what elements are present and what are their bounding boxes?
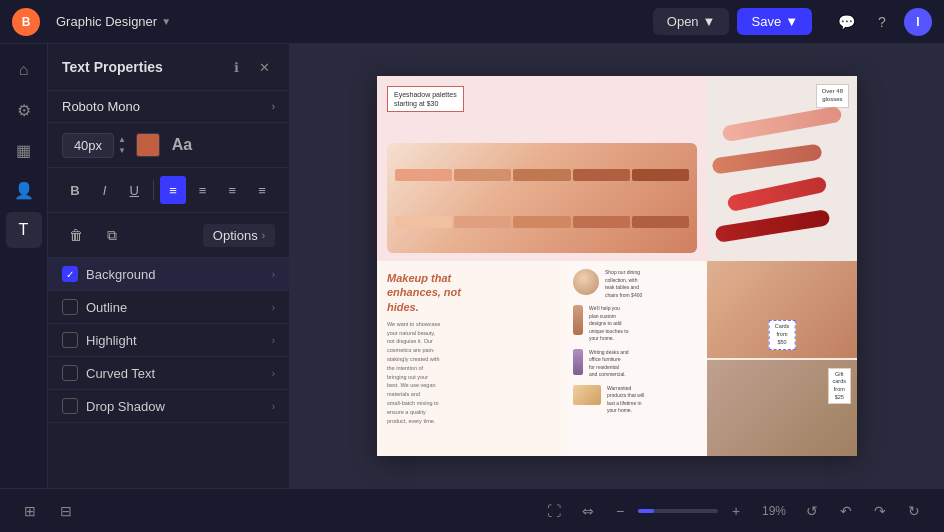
canvas-top-row: Eyeshadow palettesstarting at $30 xyxy=(377,76,857,261)
product-row-1: Shop our diningcollection, withteak tabl… xyxy=(573,269,701,299)
underline-button[interactable]: U xyxy=(121,176,147,204)
duplicate-icon[interactable]: ⧉ xyxy=(98,221,126,249)
format-row: B I U ≡ ≡ ≡ ≡ xyxy=(48,168,289,213)
product-text-2: We'll help youplan customdesigns to addu… xyxy=(589,305,628,343)
product-icon-1 xyxy=(573,269,599,295)
drop-shadow-layer-option[interactable]: Drop Shadow › xyxy=(48,390,289,423)
product-icon-4 xyxy=(573,385,601,405)
delete-icon[interactable]: 🗑 xyxy=(62,221,90,249)
canvas-top-right: Over 48glosses xyxy=(707,76,857,261)
sidebar-item-layout[interactable]: ▦ xyxy=(6,132,42,168)
app-name-label: Graphic Designer xyxy=(56,14,157,29)
canvas-bottom-middle: Shop our diningcollection, withteak tabl… xyxy=(567,261,707,456)
help-icon[interactable]: ? xyxy=(868,8,896,36)
sidebar-item-users[interactable]: 👤 xyxy=(6,172,42,208)
bottom-bar: ⊞ ⊟ ⛶ ⇔ − + 19% ↺ ↶ ↷ ↻ xyxy=(0,488,944,532)
panel-header-icons: ℹ ✕ xyxy=(225,56,275,78)
app-name-chevron-icon: ▼ xyxy=(161,16,171,27)
zoom-slider[interactable] xyxy=(638,509,718,513)
product-text-4: Warrantiedproducts that willlast a lifet… xyxy=(607,385,644,415)
canvas-top-left: Eyeshadow palettesstarting at $30 xyxy=(377,76,707,261)
outline-checkbox[interactable] xyxy=(62,299,78,315)
options-chevron-icon: › xyxy=(262,230,265,241)
avatar[interactable]: I xyxy=(904,8,932,36)
main-layout: ⌂ ⚙ ▦ 👤 T Text Properties ℹ ✕ Roboto Mon… xyxy=(0,44,944,488)
size-down-arrow[interactable]: ▼ xyxy=(116,146,128,156)
layers-icon[interactable]: ⊞ xyxy=(16,497,44,525)
highlight-checkbox[interactable] xyxy=(62,332,78,348)
curved-text-layer-option[interactable]: Curved Text › xyxy=(48,357,289,390)
palette-visual xyxy=(387,143,697,253)
app-name-button[interactable]: Graphic Designer ▼ xyxy=(48,10,179,33)
bold-button[interactable]: B xyxy=(62,176,88,204)
font-size-input[interactable]: 40px xyxy=(62,133,114,158)
properties-panel: Text Properties ℹ ✕ Roboto Mono › 40px ▲… xyxy=(48,44,290,488)
gift-cards-card: Giftcardsfrom$25 xyxy=(828,368,851,405)
align-left-button[interactable]: ≡ xyxy=(160,176,186,204)
align-right-button[interactable]: ≡ xyxy=(220,176,246,204)
outline-layer-option[interactable]: Outline › xyxy=(48,291,289,324)
product-text-3: Writing desks andoffice furniturefor res… xyxy=(589,349,629,379)
background-layer-option[interactable]: ✓ Background › xyxy=(48,258,289,291)
topbar: B Graphic Designer ▼ Open ▼ Save ▼ 💬 ? I xyxy=(0,0,944,44)
highlight-label: Highlight xyxy=(86,333,137,348)
canvas-bottom-right: Cardsfrom$50 Giftcardsfrom$25 xyxy=(707,261,857,456)
highlight-layer-option[interactable]: Highlight › xyxy=(48,324,289,357)
background-label: Background xyxy=(86,267,155,282)
curved-text-chevron-icon: › xyxy=(272,368,275,379)
background-chevron-icon: › xyxy=(272,269,275,280)
undo-icon[interactable]: ↺ xyxy=(798,497,826,525)
sidebar-item-text[interactable]: T xyxy=(6,212,42,248)
product-row-2: We'll help youplan customdesigns to addu… xyxy=(573,305,701,343)
zoom-out-button[interactable]: − xyxy=(608,499,632,523)
panel-header: Text Properties ℹ ✕ xyxy=(48,44,289,91)
fit-width-icon[interactable]: ⇔ xyxy=(574,497,602,525)
sidebar-item-settings[interactable]: ⚙ xyxy=(6,92,42,128)
zoom-in-button[interactable]: + xyxy=(724,499,748,523)
curved-text-checkbox[interactable] xyxy=(62,365,78,381)
zoom-fill xyxy=(638,509,654,513)
italic-button[interactable]: I xyxy=(92,176,118,204)
background-checkbox[interactable]: ✓ xyxy=(62,266,78,282)
product-text-1: Shop our diningcollection, withteak tabl… xyxy=(605,269,642,299)
product-row-3: Writing desks andoffice furniturefor res… xyxy=(573,349,701,379)
align-center-button[interactable]: ≡ xyxy=(190,176,216,204)
bottom-right: ↺ ↶ ↷ ↻ xyxy=(798,497,928,525)
design-canvas: Eyeshadow palettesstarting at $30 xyxy=(377,76,857,456)
fit-page-icon[interactable]: ⛶ xyxy=(540,497,568,525)
save-button[interactable]: Save ▼ xyxy=(737,8,812,35)
font-selector[interactable]: Roboto Mono › xyxy=(48,91,289,123)
drop-shadow-label: Drop Shadow xyxy=(86,399,165,414)
zoom-controls: ⛶ ⇔ − + 19% xyxy=(540,497,786,525)
makeup-title: Makeup thatenhances, nothides. xyxy=(387,271,557,314)
font-name-label: Roboto Mono xyxy=(62,99,140,114)
info-icon[interactable]: ℹ xyxy=(225,56,247,78)
product-row-4: Warrantiedproducts that willlast a lifet… xyxy=(573,385,701,415)
align-justify-button[interactable]: ≡ xyxy=(249,176,275,204)
eyeshadow-label: Eyeshadow palettesstarting at $30 xyxy=(387,86,464,112)
redo-icon[interactable]: ↻ xyxy=(900,497,928,525)
bottom-left: ⊞ ⊟ xyxy=(16,497,80,525)
drop-shadow-checkbox[interactable] xyxy=(62,398,78,414)
swatch-streaks xyxy=(707,106,857,261)
cards-label-tag: Cardsfrom$50 xyxy=(769,320,796,349)
open-button[interactable]: Open ▼ xyxy=(653,8,730,35)
close-icon[interactable]: ✕ xyxy=(253,56,275,78)
redo-right-icon[interactable]: ↷ xyxy=(866,497,894,525)
product-icon-2 xyxy=(573,305,583,335)
color-swatch[interactable] xyxy=(136,133,160,157)
sidebar-item-home[interactable]: ⌂ xyxy=(6,52,42,88)
case-icon[interactable]: Aa xyxy=(168,131,196,159)
comment-icon[interactable]: 💬 xyxy=(832,8,860,36)
options-button[interactable]: Options › xyxy=(203,224,275,247)
canvas-area[interactable]: Eyeshadow palettesstarting at $30 xyxy=(290,44,944,488)
canvas-bottom-left: Makeup thatenhances, nothides. We want t… xyxy=(377,261,567,456)
zoom-level: 19% xyxy=(754,504,786,518)
size-up-arrow[interactable]: ▲ xyxy=(116,135,128,145)
font-size-group: 40px ▲ ▼ xyxy=(62,133,128,158)
redo-left-icon[interactable]: ↶ xyxy=(832,497,860,525)
grid-icon[interactable]: ⊟ xyxy=(52,497,80,525)
curved-text-label: Curved Text xyxy=(86,366,155,381)
format-separator xyxy=(153,180,154,200)
br-image-bottom: Giftcardsfrom$25 xyxy=(707,360,857,457)
